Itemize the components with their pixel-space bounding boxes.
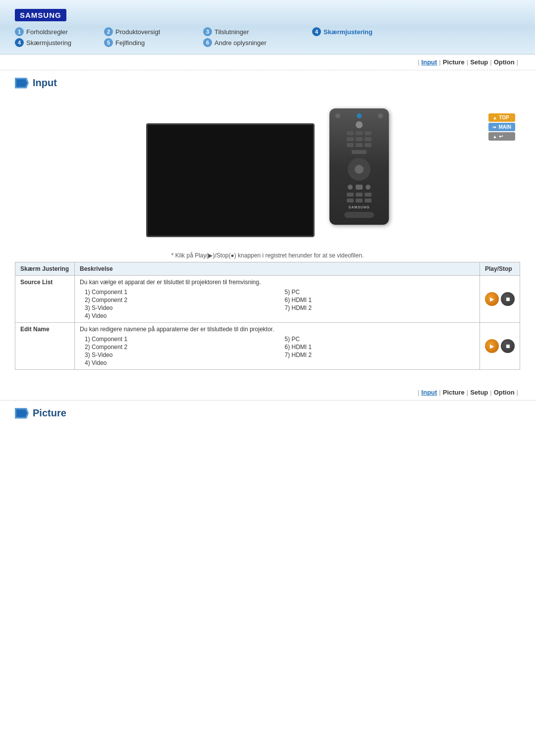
bot-nav-picture-link[interactable]: Picture — [443, 389, 465, 396]
nav-item-4-active[interactable]: 4 Skærmjustering — [312, 27, 411, 36]
back-button[interactable]: ▲ ↩ — [488, 132, 515, 141]
remote-btn-r3b — [356, 143, 363, 147]
bot-nav-input-link[interactable]: Input — [422, 389, 437, 396]
editname-item-6: 6) HDMI 1 — [285, 344, 475, 351]
tv-screen — [146, 123, 315, 237]
main-button[interactable]: ⇒ MAIN — [488, 123, 515, 131]
nav-item-6[interactable]: 6 Andre oplysninger — [203, 38, 312, 47]
top-arrow-icon: ▲ — [492, 115, 497, 120]
picture-section-icon-inner — [16, 409, 27, 417]
remote-dpad-center — [355, 165, 364, 174]
editname-play-stop: ▶ ⏹ — [485, 339, 515, 353]
nav-badge-1: 1 — [15, 27, 24, 36]
source-item-2: 2) Component 2 — [85, 297, 275, 303]
editname-item-4: 4) Video — [85, 359, 275, 366]
bot-sep3: | — [467, 389, 468, 396]
remote-side-btn-r — [366, 185, 371, 190]
table-header-col2: Beskrivelse — [75, 262, 480, 276]
nav-item-2[interactable]: 2 Produktoversigt — [104, 27, 203, 36]
nav-badge-4a: 4 — [312, 27, 321, 36]
editname-item-empty — [285, 359, 475, 366]
section2-title-area: Picture — [0, 401, 535, 424]
bot-nav-setup-link[interactable]: Setup — [470, 389, 488, 396]
source-stop-btn[interactable]: ⏹ — [501, 292, 515, 306]
nav-item-5[interactable]: 5 Fejlfinding — [104, 38, 203, 47]
remote-btn-r3a — [347, 143, 354, 147]
top-label: TOP — [499, 115, 509, 120]
editname-item-5: 5) PC — [285, 336, 475, 343]
remote-bottom-btn — [344, 212, 374, 218]
source-play-btn[interactable]: ▶ — [485, 292, 499, 306]
nav-badge-5: 5 — [104, 38, 113, 47]
top-nav-bar: | Input | Picture | Setup | Option | — [0, 54, 535, 70]
side-nav: ▲ TOP ⇒ MAIN ▲ ↩ — [488, 113, 515, 141]
remote-btn-r3c — [365, 143, 372, 147]
remote-btn-r4a — [347, 193, 354, 197]
remote-btn-r1a — [347, 131, 354, 135]
nav-badge-2: 2 — [104, 27, 113, 36]
remote-row1 — [347, 131, 372, 135]
sep3: | — [467, 58, 468, 66]
source-item-7: 7) HDMI 2 — [285, 304, 475, 311]
nav-label-4b: Skærmjustering — [26, 39, 71, 47]
editname-item-7: 7) HDMI 2 — [285, 352, 475, 358]
source-item-empty — [285, 312, 475, 319]
nav-option-link[interactable]: Option — [494, 58, 515, 66]
nav-item-1[interactable]: 1 Forholdsregler — [15, 27, 104, 36]
remote-btn-2 — [357, 113, 362, 118]
bot-sep2: | — [439, 389, 440, 396]
nav-item-3[interactable]: 3 Tilslutninger — [203, 27, 312, 36]
back-label: ↩ — [499, 134, 503, 139]
remote-row5 — [347, 199, 372, 202]
remote-row4 — [347, 193, 372, 197]
remote-btn-r5a — [347, 199, 354, 202]
table-header-col1: Skærm Justering — [15, 262, 75, 276]
remote-row2 — [347, 137, 372, 141]
source-item-1: 1) Component 1 — [85, 289, 275, 296]
nav-badge-4b: 4 — [15, 38, 24, 47]
nav-label-1: Forholdsregler — [26, 28, 68, 36]
remote-wide-btn — [352, 150, 367, 154]
editname-stop-btn[interactable]: ⏹ — [501, 339, 515, 353]
top-button[interactable]: ▲ TOP — [488, 113, 515, 122]
editname-play-btn[interactable]: ▶ — [485, 339, 499, 353]
bot-sep4: | — [490, 389, 491, 396]
remote-mid-btn — [356, 185, 363, 190]
info-table: Skærm Justering Beskrivelse Play/Stop So… — [15, 262, 520, 370]
section1-title: Input — [33, 77, 57, 89]
main-label: MAIN — [498, 124, 511, 130]
main-arrow-icon: ⇒ — [492, 125, 496, 130]
nav-input-link[interactable]: Input — [422, 58, 437, 66]
bot-sep5: | — [517, 389, 518, 396]
editname-desc: Du kan redigere navnene på apparaterne d… — [75, 323, 480, 370]
remote-top — [333, 113, 385, 118]
section1-title-area: Input — [0, 70, 535, 94]
note-text: * Klik på Play(▶)/Stop(●) knappen i regi… — [15, 252, 520, 259]
source-item-5: 5) PC — [285, 289, 475, 296]
nav-label-5: Fejlfinding — [115, 39, 145, 47]
table-row-source: Source List Du kan vælge et apparat der … — [15, 276, 520, 323]
nav-setup-link[interactable]: Setup — [470, 58, 488, 66]
remote-btn-r1b — [356, 131, 363, 135]
remote-btn-r5b — [356, 199, 363, 202]
nav-picture-link[interactable]: Picture — [443, 58, 465, 66]
input-section-icon — [15, 78, 29, 89]
picture-section-icon — [15, 408, 29, 419]
nav-label-2: Produktoversigt — [115, 28, 160, 36]
bot-nav-option-link[interactable]: Option — [494, 389, 515, 396]
source-item-4: 4) Video — [85, 312, 275, 319]
header: SAMSUNG 1 Forholdsregler 2 Produktoversi… — [0, 0, 535, 54]
remote-side-btns — [348, 185, 371, 190]
remote-btn-r2b — [356, 137, 363, 141]
remote-power-btn — [356, 121, 363, 128]
remote-side-btn-l — [348, 185, 353, 190]
nav-label-6: Andre oplysninger — [214, 39, 267, 47]
content-area: SAMSUNG ▲ TOP ⇒ MAIN ▲ ↩ * Klik på Play(… — [0, 94, 535, 385]
remote-btn-r1c — [365, 131, 372, 135]
nav-item-4b[interactable]: 4 Skærmjustering — [15, 38, 104, 47]
remote-btn-r5c — [365, 199, 372, 202]
remote-btn-3 — [378, 113, 383, 118]
table-header-col3: Play/Stop — [480, 262, 520, 276]
back-arrow-icon: ▲ — [492, 134, 497, 139]
remote-btn-r2a — [347, 137, 354, 141]
